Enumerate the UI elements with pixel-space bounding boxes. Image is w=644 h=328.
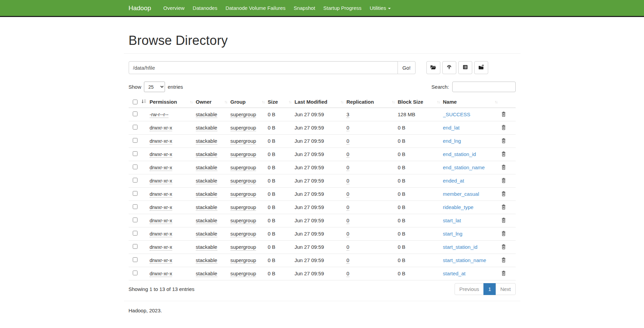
- delete-button[interactable]: [501, 164, 507, 171]
- group-value[interactable]: supergroup: [231, 204, 256, 211]
- go-button[interactable]: Go!: [398, 61, 415, 74]
- row-checkbox[interactable]: [133, 178, 137, 183]
- permission-value[interactable]: drwxr-xr-x: [150, 165, 172, 171]
- replication-value[interactable]: 0: [347, 178, 349, 184]
- replication-value[interactable]: 0: [347, 218, 349, 224]
- owner-value[interactable]: stackable: [196, 125, 217, 131]
- delete-button[interactable]: [501, 151, 507, 157]
- group-value[interactable]: supergroup: [231, 151, 256, 158]
- owner-value[interactable]: stackable: [196, 204, 217, 211]
- owner-value[interactable]: stackable: [196, 165, 217, 171]
- nav-item-overview[interactable]: Overview: [159, 5, 189, 11]
- replication-value[interactable]: 0: [347, 138, 349, 144]
- row-checkbox[interactable]: [133, 271, 137, 275]
- replication-value[interactable]: 0: [347, 151, 349, 158]
- open-folder-button[interactable]: [426, 61, 440, 74]
- delete-button[interactable]: [501, 137, 507, 144]
- group-value[interactable]: supergroup: [231, 218, 256, 224]
- pagination-next[interactable]: Next: [496, 283, 516, 295]
- col-header-replication[interactable]: Replication↑↓: [347, 96, 398, 108]
- nav-item-utilities-dropdown[interactable]: Utilities: [366, 5, 395, 11]
- row-checkbox[interactable]: [133, 257, 137, 262]
- group-value[interactable]: supergroup: [231, 244, 256, 251]
- row-checkbox[interactable]: [133, 191, 137, 196]
- file-name-link[interactable]: end_station_name: [443, 165, 485, 170]
- replication-value[interactable]: 0: [347, 271, 349, 277]
- group-value[interactable]: supergroup: [231, 231, 256, 237]
- pagination-page-1[interactable]: 1: [483, 283, 496, 295]
- col-header-select[interactable]: [129, 96, 150, 108]
- search-input[interactable]: [452, 82, 516, 92]
- group-value[interactable]: supergroup: [231, 138, 256, 144]
- replication-value[interactable]: 0: [347, 257, 349, 264]
- replication-value[interactable]: 0: [347, 231, 349, 237]
- owner-value[interactable]: stackable: [196, 138, 217, 144]
- group-value[interactable]: supergroup: [231, 191, 256, 197]
- permission-value[interactable]: drwxr-xr-x: [150, 218, 172, 224]
- col-header-owner[interactable]: Owner↑↓: [196, 96, 231, 108]
- delete-button[interactable]: [501, 124, 507, 131]
- file-name-link[interactable]: started_at: [443, 271, 466, 276]
- row-checkbox[interactable]: [133, 125, 137, 130]
- owner-value[interactable]: stackable: [196, 178, 217, 184]
- replication-value[interactable]: 0: [347, 204, 349, 211]
- owner-value[interactable]: stackable: [196, 191, 217, 197]
- file-name-link[interactable]: start_lng: [443, 231, 463, 237]
- col-header-last-modified[interactable]: Last Modified↑↓: [295, 96, 347, 108]
- brand-hadoop[interactable]: Hadoop: [129, 4, 155, 12]
- replication-value[interactable]: 3: [347, 111, 349, 118]
- group-value[interactable]: supergroup: [231, 165, 256, 171]
- nav-item-datanode-volume-failures[interactable]: Datanode Volume Failures: [221, 5, 290, 11]
- delete-button[interactable]: [501, 257, 507, 263]
- permission-value[interactable]: drwxr-xr-x: [150, 125, 172, 131]
- file-name-link[interactable]: start_station_id: [443, 244, 478, 250]
- permission-value[interactable]: -rw-r--r--: [150, 111, 169, 118]
- file-name-link[interactable]: start_lat: [443, 218, 461, 223]
- delete-button[interactable]: [501, 270, 507, 277]
- row-checkbox[interactable]: [133, 244, 137, 249]
- owner-value[interactable]: stackable: [196, 151, 217, 158]
- file-name-link[interactable]: ended_at: [443, 178, 464, 184]
- col-header-group[interactable]: Group↑↓: [231, 96, 268, 108]
- delete-button[interactable]: [501, 111, 507, 118]
- delete-button[interactable]: [501, 177, 507, 184]
- pagination-previous[interactable]: Previous: [455, 283, 484, 295]
- permission-value[interactable]: drwxr-xr-x: [150, 178, 172, 184]
- owner-value[interactable]: stackable: [196, 111, 217, 118]
- nav-item-snapshot[interactable]: Snapshot: [290, 5, 319, 11]
- file-name-link[interactable]: _SUCCESS: [443, 111, 471, 117]
- file-name-link[interactable]: start_station_name: [443, 257, 486, 263]
- row-checkbox[interactable]: [133, 165, 137, 169]
- permission-value[interactable]: drwxr-xr-x: [150, 204, 172, 211]
- replication-value[interactable]: 0: [347, 191, 349, 197]
- delete-button[interactable]: [501, 204, 507, 210]
- row-checkbox[interactable]: [133, 204, 137, 209]
- owner-value[interactable]: stackable: [196, 231, 217, 237]
- move-folder-button[interactable]: [474, 61, 488, 74]
- group-value[interactable]: supergroup: [231, 125, 256, 131]
- replication-value[interactable]: 0: [347, 165, 349, 171]
- delete-button[interactable]: [501, 230, 507, 237]
- file-list-button[interactable]: [458, 61, 472, 74]
- row-checkbox[interactable]: [133, 151, 137, 156]
- owner-value[interactable]: stackable: [196, 257, 217, 264]
- row-checkbox[interactable]: [133, 138, 137, 143]
- owner-value[interactable]: stackable: [196, 271, 217, 277]
- file-name-link[interactable]: end_lat: [443, 125, 460, 131]
- page-size-select[interactable]: 25: [144, 82, 165, 92]
- permission-value[interactable]: drwxr-xr-x: [150, 271, 172, 277]
- file-name-link[interactable]: end_lng: [443, 138, 461, 144]
- replication-value[interactable]: 0: [347, 244, 349, 251]
- file-name-link[interactable]: rideable_type: [443, 204, 474, 210]
- group-value[interactable]: supergroup: [231, 178, 256, 184]
- permission-value[interactable]: drwxr-xr-x: [150, 151, 172, 158]
- permission-value[interactable]: drwxr-xr-x: [150, 231, 172, 237]
- group-value[interactable]: supergroup: [231, 111, 256, 118]
- row-checkbox[interactable]: [133, 218, 137, 222]
- col-header-name[interactable]: Name↑↓: [443, 96, 501, 108]
- permission-value[interactable]: drwxr-xr-x: [150, 257, 172, 264]
- delete-button[interactable]: [501, 217, 507, 224]
- nav-item-startup-progress[interactable]: Startup Progress: [319, 5, 366, 11]
- permission-value[interactable]: drwxr-xr-x: [150, 244, 172, 251]
- delete-button[interactable]: [501, 243, 507, 250]
